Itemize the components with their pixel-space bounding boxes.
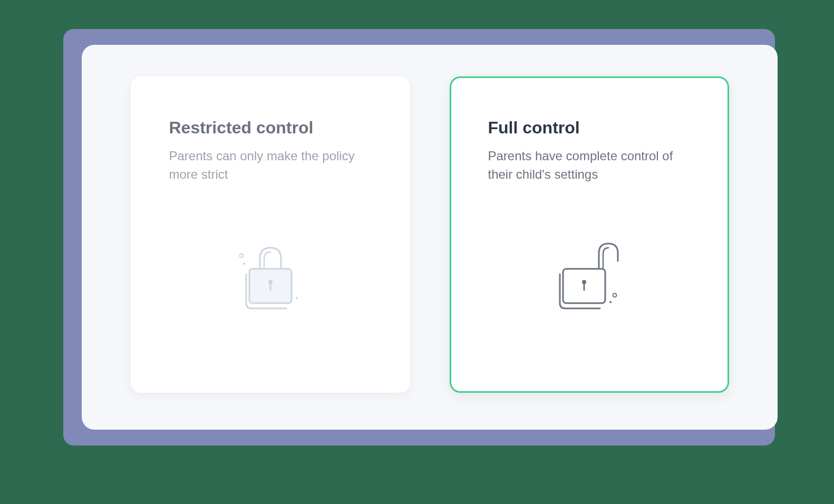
lock-open-icon bbox=[488, 195, 691, 365]
full-title: Full control bbox=[488, 118, 691, 138]
svg-point-10 bbox=[609, 301, 612, 303]
restricted-title: Restricted control bbox=[169, 118, 372, 138]
control-options-panel: Restricted control Parents can only make… bbox=[82, 45, 778, 430]
full-control-card[interactable]: Full control Parents have complete contr… bbox=[450, 76, 729, 393]
svg-point-9 bbox=[613, 294, 616, 297]
full-description: Parents have complete control of their c… bbox=[488, 147, 691, 184]
svg-point-4 bbox=[243, 263, 245, 265]
lock-closed-icon bbox=[169, 195, 372, 365]
restricted-control-card[interactable]: Restricted control Parents can only make… bbox=[131, 76, 410, 393]
svg-point-5 bbox=[296, 297, 298, 299]
restricted-description: Parents can only make the policy more st… bbox=[169, 147, 372, 184]
svg-point-3 bbox=[239, 254, 243, 258]
